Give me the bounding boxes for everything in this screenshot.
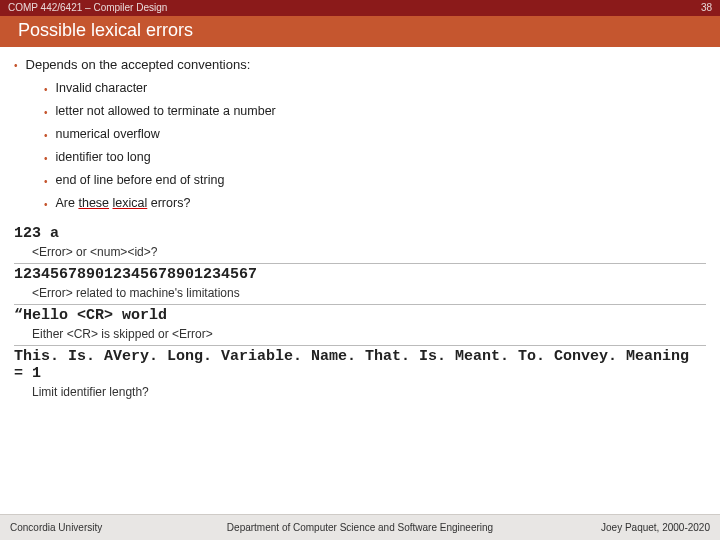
sub-bullet-text: Invalid character bbox=[56, 81, 148, 95]
example-note: <Error> related to machine's limitations bbox=[14, 284, 706, 304]
sub-bullet-list: • Invalid character • letter not allowed… bbox=[14, 81, 706, 214]
examples-block: 123 a <Error> or <num><id>? 123456789012… bbox=[14, 219, 706, 403]
sub-bullet-question: • Are these lexical errors? bbox=[44, 196, 706, 214]
sub-bullet: • identifier too long bbox=[44, 150, 706, 168]
slide-content: • Depends on the accepted conventions: •… bbox=[0, 47, 720, 403]
main-bullet: • Depends on the accepted conventions: bbox=[14, 57, 706, 75]
footer-left: Concordia University bbox=[10, 522, 102, 533]
example-note: Limit identifier length? bbox=[14, 383, 706, 403]
example-code: This. Is. AVery. Long. Variable. Name. T… bbox=[14, 345, 706, 383]
q-suffix: errors? bbox=[147, 196, 190, 210]
sub-bullet-text: numerical overflow bbox=[56, 127, 160, 141]
sub-bullet: • letter not allowed to terminate a numb… bbox=[44, 104, 706, 122]
bullet-icon: • bbox=[44, 127, 48, 145]
bullet-icon: • bbox=[14, 57, 18, 75]
top-bar: COMP 442/6421 – Compiler Design 38 bbox=[0, 0, 720, 16]
sub-bullet-text: end of line before end of string bbox=[56, 173, 225, 187]
example-code: 123456789012345678901234567 bbox=[14, 263, 706, 284]
bullet-icon: • bbox=[44, 81, 48, 99]
page-number: 38 bbox=[701, 2, 712, 14]
bullet-icon: • bbox=[44, 150, 48, 168]
bullet-icon: • bbox=[44, 173, 48, 191]
bullet-icon: • bbox=[44, 104, 48, 122]
bullet-icon: • bbox=[44, 196, 48, 214]
sub-bullet: • end of line before end of string bbox=[44, 173, 706, 191]
question-text: Are these lexical errors? bbox=[56, 196, 191, 210]
q-word2: lexical bbox=[113, 196, 148, 210]
example-note: <Error> or <num><id>? bbox=[14, 243, 706, 263]
slide-title: Possible lexical errors bbox=[0, 16, 720, 47]
main-bullet-text: Depends on the accepted conventions: bbox=[26, 57, 251, 72]
sub-bullet: • numerical overflow bbox=[44, 127, 706, 145]
q-prefix: Are bbox=[56, 196, 79, 210]
q-word1: these bbox=[78, 196, 109, 210]
sub-bullet: • Invalid character bbox=[44, 81, 706, 99]
footer-right: Joey Paquet, 2000-2020 bbox=[601, 522, 710, 533]
example-code: “Hello <CR> world bbox=[14, 304, 706, 325]
sub-bullet-text: letter not allowed to terminate a number bbox=[56, 104, 276, 118]
footer: Concordia University Department of Compu… bbox=[0, 514, 720, 540]
example-code: 123 a bbox=[14, 223, 706, 243]
sub-bullet-text: identifier too long bbox=[56, 150, 151, 164]
example-note: Either <CR> is skipped or <Error> bbox=[14, 325, 706, 345]
course-label: COMP 442/6421 – Compiler Design bbox=[8, 2, 167, 14]
